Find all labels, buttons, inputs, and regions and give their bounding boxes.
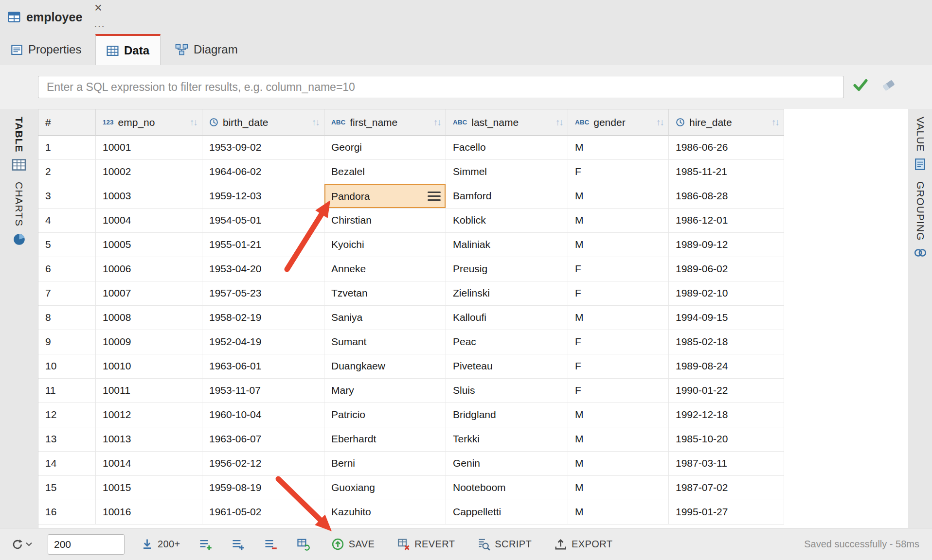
grid-cell[interactable]: 10002	[96, 160, 202, 184]
grid-cell[interactable]: Maliniak	[446, 233, 568, 257]
grid-cell[interactable]: Facello	[446, 136, 568, 160]
grid-cell[interactable]: 10009	[96, 330, 202, 354]
hamburger-menu-icon[interactable]	[428, 192, 441, 201]
grid-cell[interactable]: Pandora	[324, 184, 446, 209]
grid-cell[interactable]: 1990-01-22	[669, 379, 784, 403]
row-number-cell[interactable]: 10	[38, 354, 96, 379]
grid-cell[interactable]: 1961-05-02	[202, 500, 324, 525]
grid-cell[interactable]: 1953-04-20	[202, 257, 324, 281]
grid-cell[interactable]: Zielinski	[446, 281, 568, 306]
row-number-cell[interactable]: 2	[38, 160, 96, 184]
grid-cell[interactable]: 1989-06-02	[669, 257, 784, 281]
grid-cell[interactable]: Simmel	[446, 160, 568, 184]
panel-tab-table[interactable]: TABLE	[12, 117, 26, 171]
grid-cell[interactable]: Duangkaew	[324, 354, 446, 379]
column-header-last_name[interactable]: ABClast_name↑↓	[446, 109, 568, 136]
grid-cell[interactable]: Sluis	[446, 379, 568, 403]
close-tab-icon[interactable]: ×	[94, 1, 102, 15]
grid-cell[interactable]: Preusig	[446, 257, 568, 281]
grid-cell[interactable]: 1956-02-12	[202, 452, 324, 476]
row-number-cell[interactable]: 5	[38, 233, 96, 257]
grid-cell[interactable]: Patricio	[324, 403, 446, 427]
sort-icon[interactable]: ↑↓	[190, 117, 197, 128]
grid-cell[interactable]: 1963-06-01	[202, 354, 324, 379]
grid-cell[interactable]: Bamford	[446, 184, 568, 209]
grid-cell[interactable]: Kazuhito	[324, 500, 446, 525]
row-number-cell[interactable]: 1	[38, 136, 96, 160]
sql-filter-input[interactable]	[38, 76, 844, 98]
script-button[interactable]: SCRIPT	[477, 538, 532, 551]
column-header-first_name[interactable]: ABCfirst_name↑↓	[324, 109, 446, 136]
sort-icon[interactable]: ↑↓	[771, 117, 779, 128]
grid-cell[interactable]: 1953-11-07	[202, 379, 324, 403]
grid-cell[interactable]: Peac	[446, 330, 568, 354]
grid-cell[interactable]: 1992-12-18	[669, 403, 784, 427]
grid-cell[interactable]: 1987-03-11	[669, 452, 784, 476]
grid-cell[interactable]: Tzvetan	[324, 281, 446, 306]
grid-cell[interactable]: 10012	[96, 403, 202, 427]
grid-cell[interactable]: 10016	[96, 500, 202, 525]
column-header-hire_date[interactable]: hire_date↑↓	[669, 109, 784, 136]
grid-cell[interactable]: M	[568, 452, 669, 476]
grid-cell[interactable]: Kalloufi	[446, 306, 568, 330]
sort-icon[interactable]: ↑↓	[656, 117, 663, 128]
grid-cell[interactable]: Sumant	[324, 330, 446, 354]
grid-cell[interactable]: 10014	[96, 452, 202, 476]
grid-cell[interactable]: 10010	[96, 354, 202, 379]
panel-tab-charts[interactable]: CHARTS	[13, 182, 26, 246]
grid-cell[interactable]: F	[568, 354, 669, 379]
save-button[interactable]: SAVE	[331, 538, 375, 551]
grid-cell[interactable]: M	[568, 233, 669, 257]
grid-cell[interactable]: 1957-05-23	[202, 281, 324, 306]
grid-cell[interactable]: 10004	[96, 209, 202, 233]
grid-cell[interactable]: M	[568, 403, 669, 427]
column-header-rownum[interactable]: #	[38, 109, 96, 136]
row-number-cell[interactable]: 15	[38, 476, 96, 500]
grid-cell[interactable]: 1954-05-01	[202, 209, 324, 233]
grid-cell[interactable]: 1994-09-15	[669, 306, 784, 330]
tab-overflow-icon[interactable]: …	[93, 17, 106, 30]
grid-cell[interactable]: M	[568, 500, 669, 525]
column-header-emp_no[interactable]: 123emp_no↑↓	[96, 109, 202, 136]
grid-cell[interactable]: 1986-06-26	[669, 136, 784, 160]
row-number-cell[interactable]: 3	[38, 184, 96, 209]
grid-cell[interactable]: Koblick	[446, 209, 568, 233]
grid-cell[interactable]: M	[568, 306, 669, 330]
row-number-cell[interactable]: 12	[38, 403, 96, 427]
grid-cell[interactable]: F	[568, 160, 669, 184]
grid-cell[interactable]: 1989-08-24	[669, 354, 784, 379]
grid-cell[interactable]: M	[568, 476, 669, 500]
row-number-cell[interactable]: 14	[38, 452, 96, 476]
grid-cell[interactable]: 1985-02-18	[669, 330, 784, 354]
grid-cell[interactable]: Saniya	[324, 306, 446, 330]
delete-row-icon[interactable]	[264, 538, 277, 551]
tab-data[interactable]: Data	[95, 34, 161, 65]
grid-cell[interactable]: 1963-06-07	[202, 427, 324, 452]
grid-cell[interactable]: Eberhardt	[324, 427, 446, 452]
refresh-button[interactable]	[11, 538, 32, 551]
grid-cell[interactable]: Kyoichi	[324, 233, 446, 257]
row-number-cell[interactable]: 16	[38, 500, 96, 525]
export-button[interactable]: EXPORT	[554, 538, 612, 551]
grid-cell[interactable]: Georgi	[324, 136, 446, 160]
row-number-cell[interactable]: 13	[38, 427, 96, 452]
grid-cell[interactable]: 1985-10-20	[669, 427, 784, 452]
grid-cell[interactable]: Berni	[324, 452, 446, 476]
row-number-cell[interactable]: 6	[38, 257, 96, 281]
grid-cell[interactable]: 1985-11-21	[669, 160, 784, 184]
grid-cell[interactable]: 10015	[96, 476, 202, 500]
grid-cell[interactable]: Guoxiang	[324, 476, 446, 500]
grid-refresh-icon[interactable]	[297, 538, 310, 551]
grid-cell[interactable]: M	[568, 427, 669, 452]
row-number-cell[interactable]: 9	[38, 330, 96, 354]
grid-cell[interactable]: 10013	[96, 427, 202, 452]
grid-cell[interactable]: 1987-07-02	[669, 476, 784, 500]
sort-icon[interactable]: ↑↓	[433, 117, 441, 128]
grid-cell[interactable]: 1953-09-02	[202, 136, 324, 160]
grid-cell[interactable]: 1952-04-19	[202, 330, 324, 354]
panel-tab-grouping[interactable]: GROUPING	[914, 181, 927, 258]
fetch-next-page-button[interactable]: 200+	[141, 538, 180, 550]
sort-icon[interactable]: ↑↓	[312, 117, 319, 128]
grid-cell[interactable]: Terkki	[446, 427, 568, 452]
sort-icon[interactable]: ↑↓	[556, 117, 563, 128]
